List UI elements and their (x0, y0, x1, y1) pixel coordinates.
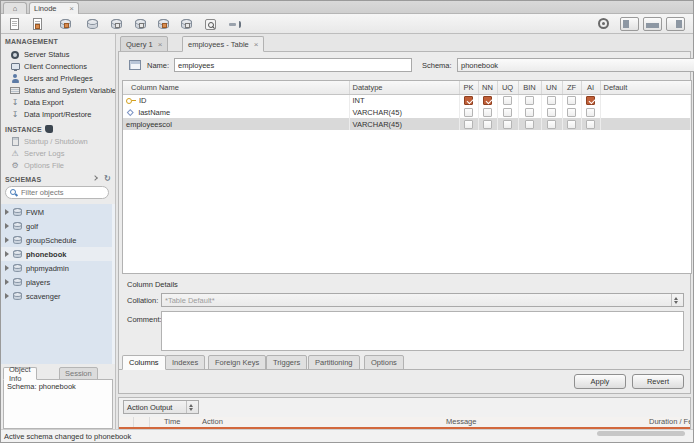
search-objects-icon[interactable] (201, 16, 219, 32)
header-ai[interactable]: AI (581, 81, 600, 94)
header-pk[interactable]: PK (459, 81, 478, 94)
toggle-secondary-sidebar-icon[interactable] (666, 17, 685, 31)
ai-checkbox[interactable] (586, 120, 595, 129)
uq-checkbox[interactable] (503, 96, 512, 105)
tab-object-info[interactable]: Object Info (3, 367, 37, 380)
expand-arrow-icon[interactable] (5, 293, 9, 299)
output-status-column[interactable] (119, 417, 134, 427)
header-uq[interactable]: UQ (497, 81, 518, 94)
column-row-id[interactable]: ID INT (123, 94, 691, 106)
uq-checkbox[interactable] (503, 108, 512, 117)
tab-foreign-keys[interactable]: Foreign Keys (208, 355, 266, 370)
expand-arrow-icon[interactable] (5, 279, 9, 285)
header-message[interactable]: Message (442, 417, 645, 427)
un-checkbox[interactable] (547, 108, 556, 117)
tab-columns[interactable]: Columns (122, 355, 166, 370)
table-name-input[interactable] (174, 58, 412, 72)
tab-options[interactable]: Options (364, 355, 404, 370)
sidebar-item-data-export[interactable]: ↧Data Export (10, 97, 115, 108)
create-function-icon[interactable] (154, 16, 172, 32)
tab-employees-table[interactable]: employees - Table × (182, 36, 264, 52)
collation-select[interactable]: *Table Default* (161, 293, 684, 307)
expand-schemas-icon[interactable] (93, 176, 100, 183)
expand-arrow-icon[interactable] (5, 209, 9, 215)
ai-checkbox[interactable] (586, 108, 595, 117)
header-datatype[interactable]: Datatype (349, 81, 459, 94)
schema-item-golf[interactable]: golf (1, 219, 116, 233)
column-row-employeescol[interactable]: employeescol VARCHAR(45) (123, 118, 691, 130)
sidebar-item-server-logs[interactable]: ⚠Server Logs (10, 148, 115, 159)
sidebar-item-options-file[interactable]: ⚙Options File (10, 160, 115, 171)
schema-item-scavenger[interactable]: scavenger (1, 289, 116, 303)
tab-triggers[interactable]: Triggers (266, 355, 307, 370)
refresh-schemas-icon[interactable]: ↻ (104, 175, 111, 183)
create-table-icon[interactable] (83, 16, 101, 32)
header-nn[interactable]: NN (478, 81, 497, 94)
expand-arrow-icon[interactable] (5, 237, 9, 243)
comment-textarea[interactable] (161, 311, 684, 351)
sidebar-item-users-privileges[interactable]: Users and Privileges (10, 73, 115, 84)
bin-checkbox[interactable] (525, 108, 534, 117)
spinner-icon[interactable] (671, 294, 680, 306)
close-icon[interactable]: × (254, 40, 259, 49)
close-icon[interactable]: × (69, 4, 74, 13)
schema-item-players[interactable]: players (1, 275, 116, 289)
create-view-icon[interactable] (107, 16, 125, 32)
expand-arrow-icon[interactable] (5, 265, 9, 271)
toggle-output-area-icon[interactable] (643, 17, 662, 31)
toggle-sidebar-icon[interactable] (620, 17, 639, 31)
header-bin[interactable]: BIN (518, 81, 541, 94)
pk-checkbox[interactable] (464, 108, 473, 117)
open-sql-script-icon[interactable] (28, 16, 46, 32)
create-schema-icon[interactable] (56, 16, 74, 32)
tab-query-1[interactable]: Query 1 × (120, 36, 168, 52)
header-zf[interactable]: ZF (562, 81, 581, 94)
nn-checkbox[interactable] (483, 120, 492, 129)
close-icon[interactable]: × (158, 40, 163, 49)
header-column-name[interactable]: Column Name (123, 81, 349, 94)
header-time[interactable]: Time (150, 417, 198, 427)
reconnect-icon[interactable] (225, 16, 243, 32)
header-action[interactable]: Action (198, 417, 442, 427)
sidebar-item-system-variables[interactable]: Status and System Variables (10, 85, 115, 96)
schema-item-fwm[interactable]: FWM (1, 205, 116, 219)
un-checkbox[interactable] (547, 120, 556, 129)
zf-checkbox[interactable] (567, 108, 576, 117)
new-query-tab-icon[interactable] (5, 16, 23, 32)
home-tab[interactable]: ⌂ (3, 2, 27, 14)
connection-tab-linode[interactable]: Linode × (29, 2, 79, 14)
sidebar-item-client-connections[interactable]: Client Connections (10, 61, 115, 72)
tab-indexes[interactable]: Indexes (165, 355, 205, 370)
ai-checkbox[interactable] (586, 96, 595, 105)
expand-arrow-icon[interactable] (5, 223, 9, 229)
nn-checkbox[interactable] (483, 108, 492, 117)
horizontal-scrollbar[interactable] (597, 431, 685, 436)
zf-checkbox[interactable] (567, 96, 576, 105)
un-checkbox[interactable] (547, 96, 556, 105)
tab-partitioning[interactable]: Partitioning (308, 355, 360, 370)
revert-button[interactable]: Revert (632, 374, 684, 389)
sidebar-item-data-import[interactable]: ↧Data Import/Restore (10, 109, 115, 120)
expand-arrow-icon[interactable] (5, 251, 9, 257)
schema-item-phonebook[interactable]: phonebook (1, 247, 116, 261)
bin-checkbox[interactable] (525, 96, 534, 105)
schema-item-groupschedule[interactable]: groupSchedule (1, 233, 116, 247)
sidebar-item-startup-shutdown[interactable]: Startup / Shutdown (10, 136, 115, 147)
nn-checkbox[interactable] (483, 96, 492, 105)
spinner-icon[interactable] (186, 401, 195, 413)
schema-item-phpmyadmin[interactable]: phpmyadmin (1, 261, 116, 275)
uq-checkbox[interactable] (503, 120, 512, 129)
filter-input[interactable] (21, 188, 101, 197)
schema-filter[interactable] (5, 186, 109, 199)
output-type-select[interactable]: Action Output (123, 400, 199, 414)
output-index-column[interactable] (134, 417, 150, 427)
create-procedure-icon[interactable] (131, 16, 149, 32)
schema-select[interactable]: phonebook (457, 58, 694, 72)
zf-checkbox[interactable] (567, 120, 576, 129)
apply-button[interactable]: Apply (574, 374, 626, 389)
header-duration-fetch[interactable]: Duration / Fetch (645, 417, 690, 427)
create-trigger-icon[interactable] (177, 16, 195, 32)
header-default[interactable]: Default (600, 81, 691, 94)
column-row-lastname[interactable]: lastName VARCHAR(45) (123, 106, 691, 118)
sidebar-item-server-status[interactable]: Server Status (10, 49, 115, 60)
